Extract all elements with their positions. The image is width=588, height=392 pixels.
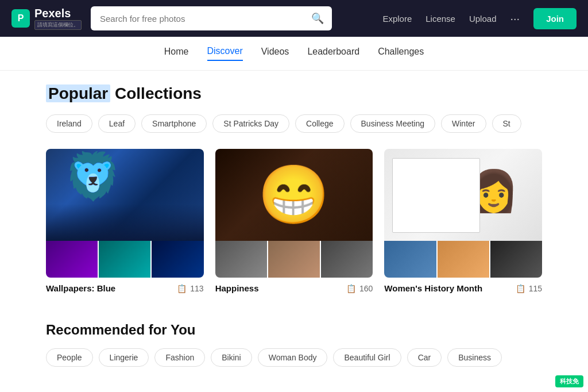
thumb-7 — [384, 241, 436, 278]
collection-womens-history[interactable]: Women's History Month 📋 115 — [384, 149, 542, 299]
thumb-4 — [215, 241, 267, 278]
tag-smartphone[interactable]: Smartphone — [141, 114, 207, 133]
thumb-9 — [490, 241, 542, 278]
popular-title-rest: Collections — [110, 84, 202, 102]
collection-thumbs-blue — [46, 241, 204, 278]
collection-count-happiness: 📋 160 — [346, 284, 373, 293]
tag-woman-body[interactable]: Woman Body — [258, 348, 328, 367]
collection-count-icon3: 📋 — [516, 284, 525, 293]
recommended-title: Recommended for You — [46, 322, 542, 338]
tag-business-meeting[interactable]: Business Meeting — [350, 114, 436, 133]
thumb-1 — [46, 241, 98, 278]
tag-winter[interactable]: Winter — [441, 114, 486, 133]
thumb-3 — [152, 241, 203, 278]
sub-nav: Home Discover Videos Leaderboard Challen… — [0, 37, 588, 71]
collection-wallpapers-blue[interactable]: Wallpapers: Blue 📋 113 — [46, 149, 204, 299]
thumb-5 — [268, 241, 320, 278]
collection-name-blue: Wallpapers: Blue — [46, 283, 115, 293]
logo-letter: P — [18, 13, 24, 24]
nav-home[interactable]: Home — [164, 47, 189, 60]
nav-leaderboard[interactable]: Leaderboard — [307, 47, 359, 60]
collection-count-icon2: 📋 — [346, 284, 356, 293]
popular-tags-row: Ireland Leaf Smartphone St Patricks Day … — [46, 114, 542, 133]
collection-count-icon: 📋 — [177, 284, 187, 293]
collection-info-blue: Wallpapers: Blue 📋 113 — [46, 278, 204, 299]
collection-info-women: Women's History Month 📋 115 — [384, 278, 542, 299]
collection-main-image-women — [384, 149, 542, 241]
tag-people[interactable]: People — [46, 348, 93, 367]
collection-name-women: Women's History Month — [384, 283, 482, 293]
collection-main-image-blue — [46, 149, 204, 241]
tag-car[interactable]: Car — [407, 348, 442, 367]
collections-grid: Wallpapers: Blue 📋 113 Happiness 📋 160 — [46, 149, 542, 299]
tag-college[interactable]: College — [295, 114, 344, 133]
thumb-6 — [321, 241, 373, 278]
collection-name-happiness: Happiness — [215, 283, 259, 293]
collection-happiness[interactable]: Happiness 📋 160 — [215, 149, 373, 299]
search-button[interactable]: 🔍 — [303, 12, 332, 25]
collection-count-blue: 📋 113 — [177, 284, 203, 293]
collection-thumbs-happiness — [215, 241, 373, 278]
pexels-logo-icon[interactable]: P — [11, 9, 30, 28]
popular-title: Popular Collections — [46, 84, 542, 103]
logo-area: P Pexels 請填寫這個欄位。 — [11, 7, 82, 30]
tag-leaf[interactable]: Leaf — [98, 114, 136, 133]
tag-ireland[interactable]: Ireland — [46, 114, 92, 133]
collection-info-happiness: Happiness 📋 160 — [215, 278, 373, 299]
nav-discover[interactable]: Discover — [207, 46, 243, 61]
license-link[interactable]: License — [425, 14, 455, 24]
tag-st[interactable]: St — [492, 114, 521, 133]
tag-st-patricks[interactable]: St Patricks Day — [212, 114, 289, 133]
nav-challenges[interactable]: Challenges — [378, 47, 424, 60]
recommended-tags-row: People Lingerie Fashion Bikini Woman Bod… — [46, 348, 542, 367]
search-input[interactable] — [91, 14, 303, 24]
tag-fashion[interactable]: Fashion — [154, 348, 205, 367]
explore-link[interactable]: Explore — [382, 14, 412, 24]
tag-lingerie[interactable]: Lingerie — [99, 348, 149, 367]
logo-name: Pexels — [34, 7, 82, 20]
search-bar: 🔍 — [91, 6, 332, 30]
header: P Pexels 請填寫這個欄位。 🔍 Explore License Uplo… — [0, 0, 588, 37]
watermark-badge: 科技免 — [555, 375, 583, 387]
nav-videos[interactable]: Videos — [261, 47, 289, 60]
tag-beautiful-girl[interactable]: Beautiful Girl — [333, 348, 401, 367]
tag-business[interactable]: Business — [447, 348, 502, 367]
collection-thumbs-women — [384, 241, 542, 278]
join-button[interactable]: Join — [533, 8, 577, 29]
header-nav: Explore License Upload ··· Join — [382, 8, 577, 29]
tag-bikini[interactable]: Bikini — [211, 348, 252, 367]
collection-main-image-happiness — [215, 149, 373, 241]
main-content: Popular Collections Ireland Leaf Smartph… — [0, 71, 588, 392]
upload-link[interactable]: Upload — [469, 14, 497, 24]
popular-title-highlight: Popular — [46, 84, 110, 102]
thumb-8 — [438, 241, 489, 278]
thumb-2 — [99, 241, 150, 278]
more-button[interactable]: ··· — [510, 12, 520, 25]
logo-subtitle: 請填寫這個欄位。 — [34, 20, 82, 30]
collection-count-women: 📋 115 — [516, 284, 542, 293]
